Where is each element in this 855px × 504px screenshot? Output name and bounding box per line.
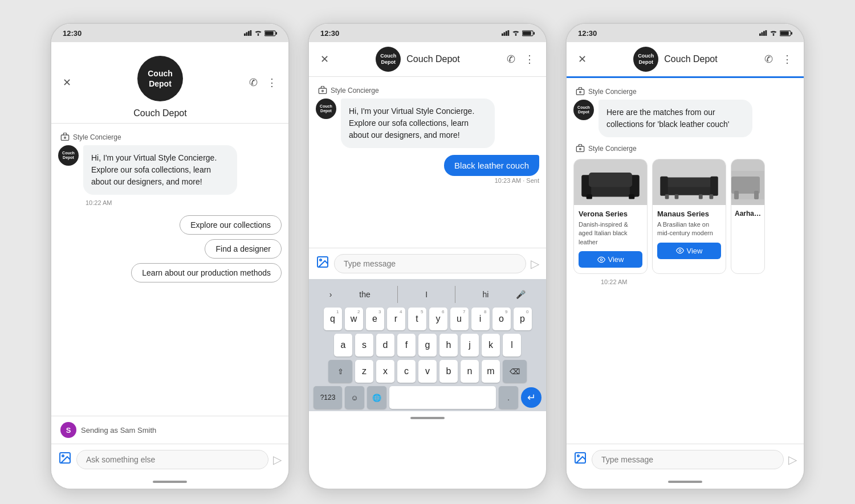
quick-reply-production[interactable]: Learn about our production methods xyxy=(131,263,282,282)
business-name-3: Couch Depot xyxy=(664,54,717,64)
timestamp-3b: 10:22 AM xyxy=(573,278,797,285)
key-l[interactable]: l xyxy=(503,334,521,357)
send-btn-1[interactable]: ▷ xyxy=(273,453,282,466)
key-numeric[interactable]: ?123 xyxy=(314,386,342,409)
chat-input-1[interactable] xyxy=(76,450,268,469)
chevron-icon: › xyxy=(329,290,332,299)
svg-point-28 xyxy=(773,34,775,36)
key-globe[interactable]: 🌐 xyxy=(367,386,386,409)
key-d[interactable]: d xyxy=(376,334,394,357)
product-card-partial-img xyxy=(731,159,764,205)
phone-icon-1[interactable]: ✆ xyxy=(247,74,260,91)
send-btn-2[interactable]: ▷ xyxy=(531,257,539,271)
key-period[interactable]: . xyxy=(499,386,518,409)
user-message-row-2: Black leather couch 10:23 AM · Sent xyxy=(316,155,539,184)
key-q[interactable]: 1q xyxy=(324,308,342,330)
key-t[interactable]: 5t xyxy=(408,308,426,330)
key-m[interactable]: m xyxy=(482,360,500,383)
keyboard-suggestions-2: › the I hi 🎤 xyxy=(311,284,544,308)
bot-avatar-1: CouchDepot xyxy=(58,145,79,166)
key-emoji[interactable]: ☺ xyxy=(345,386,364,409)
input-bar-2: ▷ xyxy=(309,248,546,279)
key-x[interactable]: x xyxy=(376,360,394,383)
view-btn-manaus[interactable]: View xyxy=(657,243,721,259)
more-icon-3[interactable]: ⋮ xyxy=(780,51,795,68)
chat-input-2[interactable] xyxy=(334,254,526,273)
status-bar-3: 12:30 xyxy=(567,24,804,42)
svg-point-42 xyxy=(600,259,602,261)
sending-as-text-1: Sending as Sam Smith xyxy=(81,426,156,435)
quick-reply-explore[interactable]: Explore our collections xyxy=(180,215,282,235)
key-p[interactable]: 0p xyxy=(514,308,532,330)
svg-rect-31 xyxy=(791,32,792,34)
key-space[interactable] xyxy=(389,386,496,409)
key-k[interactable]: k xyxy=(482,334,500,357)
key-enter[interactable]: ↵ xyxy=(521,387,542,408)
product-cards-3: Verona Series Danish-inspired & aged Ita… xyxy=(573,159,797,274)
key-r[interactable]: 4r xyxy=(387,308,405,330)
key-i[interactable]: 8i xyxy=(471,308,490,330)
svg-rect-15 xyxy=(508,30,510,36)
key-a[interactable]: a xyxy=(334,334,352,357)
signal-icon-3 xyxy=(759,30,767,36)
key-v[interactable]: v xyxy=(418,360,437,383)
key-j[interactable]: j xyxy=(461,334,479,357)
top-bar-actions-3: ✆ ⋮ xyxy=(762,51,795,68)
chat-input-3[interactable] xyxy=(592,450,784,469)
svg-point-16 xyxy=(515,34,517,36)
send-btn-3[interactable]: ▷ xyxy=(788,453,797,466)
home-bar-2 xyxy=(410,417,445,419)
bot-avatar-text-2: CouchDepot xyxy=(320,104,332,114)
top-bar-2: ✕ CouchDepot Couch Depot ✆ ⋮ xyxy=(309,42,546,77)
suggestion-hi[interactable]: hi xyxy=(482,290,488,299)
bot-label-2: Style Concierge xyxy=(316,86,539,95)
top-bar-center-2: CouchDepot Couch Depot xyxy=(331,47,504,72)
key-shift[interactable]: ⇧ xyxy=(328,360,352,383)
quick-replies-1: Explore our collections Find a designer … xyxy=(58,215,282,282)
key-b[interactable]: b xyxy=(439,360,458,383)
svg-rect-24 xyxy=(759,34,761,36)
bot-section-2: Style Concierge CouchDepot Hi, I'm your … xyxy=(316,86,539,148)
key-backspace[interactable]: ⌫ xyxy=(503,360,527,383)
status-time-2: 12:30 xyxy=(320,29,339,38)
product-title-manaus: Manaus Series xyxy=(657,210,721,218)
suggestion-the[interactable]: the xyxy=(359,290,370,299)
key-z[interactable]: z xyxy=(355,360,373,383)
more-icon-1[interactable]: ⋮ xyxy=(264,74,279,91)
key-n[interactable]: n xyxy=(461,360,479,383)
close-icon-1[interactable]: ✕ xyxy=(60,74,74,91)
top-bar-center-3: CouchDepot Couch Depot xyxy=(589,47,762,72)
key-c[interactable]: c xyxy=(397,360,416,383)
logo-3: CouchDepot xyxy=(633,47,658,72)
signal-icon xyxy=(244,30,252,36)
svg-rect-32 xyxy=(576,89,584,95)
key-s[interactable]: s xyxy=(355,334,373,357)
close-icon-2[interactable]: ✕ xyxy=(318,51,331,68)
image-input-icon-1[interactable] xyxy=(58,451,72,468)
key-f[interactable]: f xyxy=(397,334,416,357)
phone-icon-3[interactable]: ✆ xyxy=(762,51,775,68)
phone-icon-2[interactable]: ✆ xyxy=(504,51,518,68)
svg-point-11 xyxy=(62,455,64,457)
battery-icon-3 xyxy=(780,30,792,36)
more-icon-2[interactable]: ⋮ xyxy=(522,51,537,68)
key-h[interactable]: h xyxy=(439,334,458,357)
bot-label-text-3a: Style Concierge xyxy=(588,88,637,96)
image-input-icon-3[interactable] xyxy=(573,451,587,468)
image-input-icon-2[interactable] xyxy=(316,255,329,272)
svg-rect-26 xyxy=(763,31,765,36)
key-e[interactable]: 3e xyxy=(366,308,384,330)
svg-rect-49 xyxy=(699,194,703,199)
view-btn-verona[interactable]: View xyxy=(579,251,642,268)
suggestion-i[interactable]: I xyxy=(425,290,427,299)
bot-section-3a: Style Concierge CouchDepot Here are the … xyxy=(573,87,797,137)
close-icon-3[interactable]: ✕ xyxy=(576,51,589,68)
key-w[interactable]: 2w xyxy=(345,308,363,330)
key-u[interactable]: 7u xyxy=(450,308,469,330)
key-o[interactable]: 9o xyxy=(492,308,511,330)
quick-reply-designer[interactable]: Find a designer xyxy=(205,239,282,259)
svg-rect-41 xyxy=(629,194,634,199)
key-row-3: ⇧ z x c v b n m ⌫ xyxy=(311,360,544,383)
key-y[interactable]: 6y xyxy=(429,308,447,330)
key-g[interactable]: g xyxy=(418,334,437,357)
